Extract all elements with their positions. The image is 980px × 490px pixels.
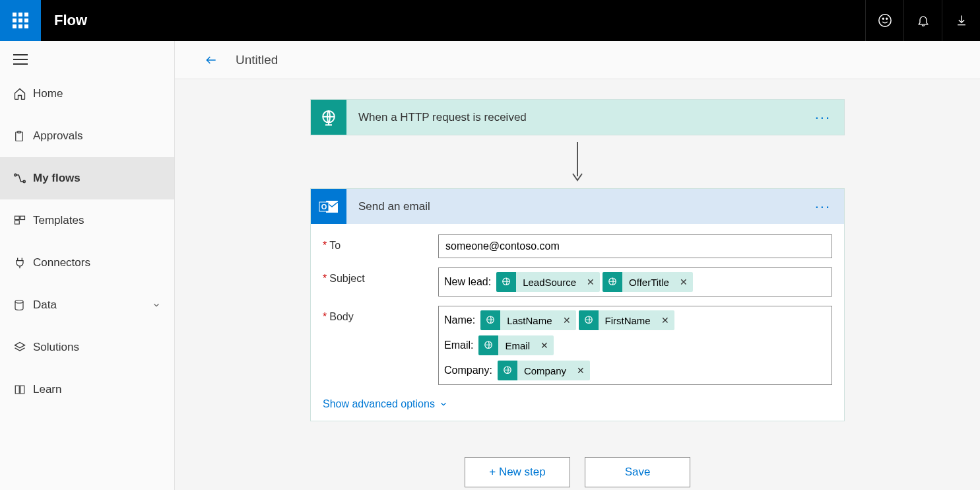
dynamic-token[interactable]: LeadSource ✕ — [496, 272, 600, 292]
svg-rect-9 — [15, 221, 20, 224]
hamburger-icon — [13, 54, 28, 65]
action-body: *To someone@contoso.com *Subject New lea… — [311, 224, 844, 421]
sidebar-item-data[interactable]: Data — [0, 284, 174, 326]
sidebar-item-label: Learn — [33, 383, 161, 396]
home-icon — [13, 87, 26, 100]
globe-icon — [496, 272, 516, 292]
notifications-button[interactable] — [903, 0, 942, 41]
body-prefix: Name: — [444, 314, 475, 326]
bell-icon — [917, 13, 930, 28]
subject-prefix: New lead: — [444, 276, 491, 288]
token-remove[interactable]: ✕ — [674, 277, 693, 287]
field-body: *Body Name: LastName ✕ FirstName — [323, 306, 832, 385]
action-header[interactable]: O Send an email ··· — [311, 189, 844, 224]
body-input[interactable]: Name: LastName ✕ FirstName ✕ — [438, 306, 832, 385]
database-icon — [13, 298, 25, 312]
waffle-icon — [13, 13, 28, 28]
sidebar-item-label: Home — [33, 87, 161, 100]
smile-icon — [878, 13, 892, 28]
field-label: *Subject — [323, 267, 438, 297]
save-button[interactable]: Save — [585, 457, 690, 487]
dynamic-token[interactable]: LastName ✕ — [480, 310, 575, 330]
body-prefix: Email: — [444, 339, 473, 351]
sidebar-item-label: Templates — [33, 214, 161, 227]
token-remove[interactable]: ✕ — [581, 277, 600, 287]
to-value: someone@contoso.com — [445, 240, 560, 252]
action-title: Send an email — [346, 200, 815, 213]
svg-rect-8 — [20, 216, 25, 219]
trigger-menu-button[interactable]: ··· — [815, 109, 831, 126]
svg-point-2 — [886, 18, 887, 19]
token-remove[interactable]: ✕ — [656, 315, 674, 326]
sidebar-item-learn[interactable]: Learn — [0, 368, 174, 411]
clipboard-icon — [13, 129, 25, 143]
http-icon — [311, 100, 346, 135]
app-launcher-button[interactable] — [0, 0, 41, 41]
globe-icon — [579, 310, 599, 330]
back-button[interactable] — [203, 53, 220, 67]
bottom-actions: + New step Save — [465, 457, 690, 487]
arrow-left-icon — [203, 53, 220, 67]
svg-point-6 — [23, 180, 25, 182]
field-label: *Body — [323, 306, 438, 385]
sidebar-toggle[interactable] — [0, 41, 174, 73]
sidebar-item-my-flows[interactable]: My flows — [0, 157, 174, 199]
outlook-icon: O — [311, 189, 346, 224]
sidebar-item-templates[interactable]: Templates — [0, 199, 174, 242]
field-label: *To — [323, 234, 438, 258]
globe-icon — [603, 272, 622, 292]
sidebar-item-connectors[interactable]: Connectors — [0, 242, 174, 284]
editor-title-bar: Untitled — [175, 41, 980, 79]
flow-icon — [13, 172, 26, 185]
layers-icon — [13, 341, 26, 354]
field-to: *To someone@contoso.com — [323, 234, 832, 258]
main-layout: Home Approvals My flows Templates Connec… — [0, 41, 980, 490]
body-prefix: Company: — [444, 365, 492, 376]
top-bar: Flow — [0, 0, 980, 41]
new-step-button[interactable]: + New step — [465, 457, 570, 487]
content: Untitled When a HTTP request is received… — [175, 41, 980, 490]
globe-icon — [478, 335, 498, 355]
sidebar-item-label: Connectors — [33, 256, 161, 269]
download-button[interactable] — [942, 0, 980, 41]
svg-point-10 — [15, 300, 23, 304]
dynamic-token[interactable]: OfferTitle ✕ — [603, 272, 693, 292]
feedback-button[interactable] — [865, 0, 903, 41]
action-menu-button[interactable]: ··· — [815, 198, 831, 215]
svg-text:O: O — [321, 203, 327, 211]
flow-title-input[interactable]: Untitled — [236, 53, 278, 67]
templates-icon — [13, 215, 26, 227]
to-input[interactable]: someone@contoso.com — [438, 234, 832, 258]
trigger-header[interactable]: When a HTTP request is received ··· — [311, 100, 844, 135]
sidebar-item-approvals[interactable]: Approvals — [0, 115, 174, 157]
connector-arrow — [571, 135, 584, 188]
book-icon — [13, 384, 26, 396]
show-advanced-options[interactable]: Show advanced options — [323, 394, 448, 414]
sidebar: Home Approvals My flows Templates Connec… — [0, 41, 175, 490]
trigger-step: When a HTTP request is received ··· — [310, 99, 845, 135]
dynamic-token[interactable]: Company ✕ — [498, 361, 590, 380]
app-title: Flow — [41, 12, 87, 29]
svg-point-1 — [882, 18, 884, 19]
action-step: O Send an email ··· *To someone@contoso.… — [310, 188, 845, 421]
svg-rect-7 — [15, 216, 20, 219]
flow-canvas: When a HTTP request is received ··· O Se… — [175, 79, 980, 490]
token-remove[interactable]: ✕ — [558, 315, 576, 326]
dynamic-token[interactable]: FirstName ✕ — [579, 310, 674, 330]
dynamic-token[interactable]: Email ✕ — [478, 335, 554, 355]
subject-input[interactable]: New lead: LeadSource ✕ OfferTitle ✕ — [438, 267, 832, 297]
token-remove[interactable]: ✕ — [535, 340, 554, 351]
sidebar-item-home[interactable]: Home — [0, 73, 174, 115]
sidebar-item-label: Solutions — [33, 341, 161, 354]
plug-icon — [13, 256, 26, 269]
svg-point-0 — [878, 15, 890, 26]
globe-icon — [498, 361, 517, 380]
top-right-actions — [865, 0, 980, 41]
token-remove[interactable]: ✕ — [572, 365, 590, 376]
globe-icon — [480, 310, 500, 330]
svg-point-5 — [15, 174, 16, 176]
sidebar-item-label: My flows — [33, 172, 161, 185]
download-icon — [955, 13, 968, 28]
sidebar-item-solutions[interactable]: Solutions — [0, 326, 174, 368]
sidebar-item-label: Data — [33, 298, 152, 312]
